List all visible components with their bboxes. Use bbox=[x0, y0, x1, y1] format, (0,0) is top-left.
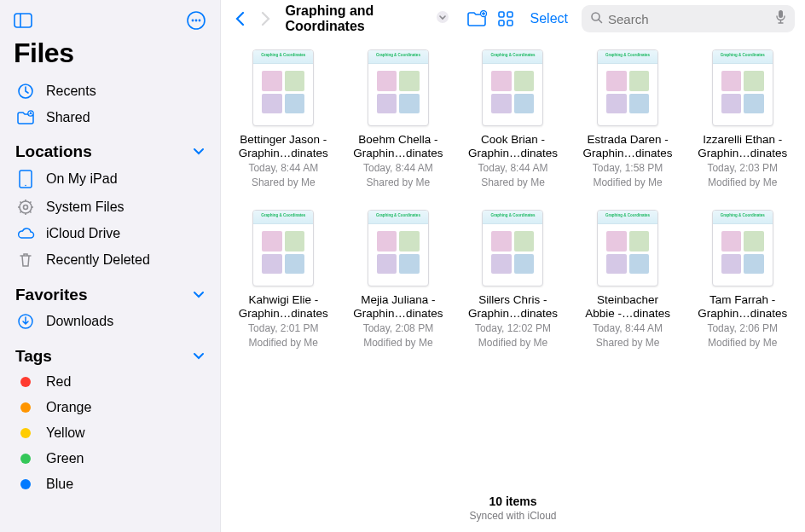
sidebar-item-label: System Files bbox=[46, 200, 125, 215]
sidebar-item-label: Recently Deleted bbox=[46, 252, 150, 268]
cloud-icon bbox=[15, 227, 36, 240]
svg-point-3 bbox=[192, 20, 194, 22]
new-folder-button[interactable] bbox=[466, 7, 487, 31]
file-time: Today, 2:08 PM bbox=[363, 322, 434, 335]
file-name: Boehm Chella -Graphin…dinates bbox=[353, 133, 443, 160]
main-panel: Graphing and Coordinates Select Graphing… bbox=[220, 0, 805, 532]
file-time: Today, 2:01 PM bbox=[248, 322, 319, 335]
download-icon bbox=[15, 313, 36, 330]
file-name: Sillers Chris -Graphin…dinates bbox=[468, 293, 558, 321]
chevron-down-icon bbox=[193, 147, 205, 156]
svg-rect-28 bbox=[507, 20, 513, 26]
chevron-down-icon bbox=[193, 291, 205, 299]
file-thumbnail: Graphing & Coordinates bbox=[597, 49, 658, 126]
gear-icon bbox=[15, 199, 36, 216]
file-thumbnail: Graphing & Coordinates bbox=[252, 49, 314, 126]
file-item[interactable]: Graphing & Coordinates Izzarelli Ethan -… bbox=[686, 49, 798, 189]
file-status: Modified by Me bbox=[249, 337, 318, 350]
file-status: Modified by Me bbox=[593, 176, 662, 189]
search-icon bbox=[590, 11, 603, 27]
app-title: Files bbox=[9, 38, 211, 78]
svg-line-30 bbox=[599, 20, 602, 23]
file-name: Estrada Daren -Graphin…dinates bbox=[583, 133, 673, 160]
sidebar-item-on-my-ipad[interactable]: On My iPad bbox=[9, 165, 211, 194]
file-name: Izzarelli Ethan -Graphin…dinates bbox=[698, 133, 787, 160]
tag-dot-blue bbox=[15, 479, 36, 489]
back-button[interactable] bbox=[231, 11, 249, 26]
breadcrumb[interactable]: Graphing and Coordinates bbox=[285, 3, 449, 34]
file-grid-area: Graphing & Coordinates Bettinger Jason -… bbox=[221, 38, 805, 486]
file-name: Bettinger Jason -Graphin…dinates bbox=[239, 133, 328, 160]
grid-view-button[interactable] bbox=[495, 7, 516, 31]
sidebar-item-icloud-drive[interactable]: iCloud Drive bbox=[9, 221, 211, 246]
search-field[interactable] bbox=[582, 5, 795, 32]
file-thumbnail: Graphing & Coordinates bbox=[712, 49, 773, 126]
file-item[interactable]: Graphing & Coordinates SteinbacherAbbie … bbox=[572, 210, 684, 350]
file-time: Today, 8:44 AM bbox=[363, 162, 433, 175]
svg-rect-25 bbox=[499, 12, 504, 17]
clock-icon bbox=[15, 83, 36, 100]
search-input[interactable] bbox=[608, 12, 770, 26]
sidebar-item-shared[interactable]: Shared bbox=[9, 105, 211, 130]
trash-icon bbox=[15, 252, 36, 269]
file-item[interactable]: Graphing & Coordinates Tam Farrah -Graph… bbox=[686, 210, 798, 350]
file-status: Modified by Me bbox=[478, 337, 547, 350]
chevron-dropdown-icon bbox=[436, 10, 449, 27]
tag-dot-red bbox=[15, 377, 36, 387]
sidebar-toggle-icon[interactable] bbox=[14, 13, 32, 28]
svg-point-10 bbox=[25, 185, 26, 187]
file-status: Modified by Me bbox=[363, 337, 432, 350]
file-time: Today, 8:44 AM bbox=[478, 162, 548, 175]
sidebar-tag-yellow[interactable]: Yellow bbox=[9, 420, 211, 446]
file-status: Modified by Me bbox=[708, 176, 777, 189]
svg-point-11 bbox=[20, 201, 32, 213]
file-item[interactable]: Graphing & Coordinates Estrada Daren -Gr… bbox=[572, 49, 684, 189]
sidebar-item-system-files[interactable]: System Files bbox=[9, 194, 211, 221]
sidebar-tag-green[interactable]: Green bbox=[9, 446, 211, 471]
svg-line-17 bbox=[20, 202, 22, 204]
sidebar-item-downloads[interactable]: Downloads bbox=[9, 308, 211, 335]
sidebar-item-label: Yellow bbox=[46, 425, 85, 441]
sidebar-tag-blue[interactable]: Blue bbox=[9, 471, 211, 497]
file-status: Shared by Me bbox=[481, 176, 545, 189]
sync-status: Synced with iCloud bbox=[221, 510, 805, 522]
section-header-tags[interactable]: Tags bbox=[9, 335, 211, 369]
file-thumbnail: Graphing & Coordinates bbox=[482, 210, 543, 286]
file-item[interactable]: Graphing & Coordinates Mejia Juliana -Gr… bbox=[343, 210, 455, 350]
sidebar-item-recently-deleted[interactable]: Recently Deleted bbox=[9, 246, 211, 274]
tag-dot-orange bbox=[15, 402, 36, 413]
file-item[interactable]: Graphing & Coordinates Boehm Chella -Gra… bbox=[343, 49, 455, 189]
sidebar-item-label: Orange bbox=[46, 400, 91, 415]
more-options-icon[interactable] bbox=[186, 10, 206, 31]
sidebar-item-label: iCloud Drive bbox=[46, 226, 120, 241]
sidebar-tag-red[interactable]: Red bbox=[9, 369, 211, 395]
sidebar-tag-orange[interactable]: Orange bbox=[9, 395, 211, 420]
dictation-icon[interactable] bbox=[775, 9, 786, 28]
file-time: Today, 8:44 AM bbox=[248, 162, 318, 175]
file-item[interactable]: Graphing & Coordinates Bettinger Jason -… bbox=[228, 49, 339, 189]
shared-folder-icon bbox=[15, 110, 36, 125]
section-header-locations[interactable]: Locations bbox=[9, 130, 211, 165]
file-item[interactable]: Graphing & Coordinates Kahwigi Elie -Gra… bbox=[228, 210, 339, 350]
file-item[interactable]: Graphing & Coordinates Sillers Chris -Gr… bbox=[457, 210, 569, 350]
file-item[interactable]: Graphing & Coordinates Cook Brian -Graph… bbox=[457, 49, 569, 189]
svg-rect-26 bbox=[507, 12, 513, 17]
tag-dot-green bbox=[15, 454, 36, 464]
svg-point-12 bbox=[24, 205, 28, 210]
forward-button[interactable] bbox=[258, 11, 275, 26]
file-name: Tam Farrah -Graphin…dinates bbox=[698, 293, 787, 321]
file-thumbnail: Graphing & Coordinates bbox=[252, 210, 314, 286]
sidebar-item-recents[interactable]: Recents bbox=[9, 78, 211, 105]
file-thumbnail: Graphing & Coordinates bbox=[712, 210, 773, 286]
sidebar-item-label: Blue bbox=[46, 477, 73, 492]
file-name: Mejia Juliana -Graphin…dinates bbox=[353, 293, 443, 321]
file-time: Today, 2:03 PM bbox=[707, 162, 778, 175]
sidebar-item-label: Downloads bbox=[46, 314, 113, 329]
select-button[interactable]: Select bbox=[525, 11, 573, 26]
file-status: Shared by Me bbox=[252, 176, 316, 189]
file-thumbnail: Graphing & Coordinates bbox=[368, 49, 429, 126]
svg-rect-0 bbox=[14, 14, 32, 27]
folder-name: Graphing and Coordinates bbox=[285, 3, 431, 34]
toolbar: Graphing and Coordinates Select bbox=[221, 0, 805, 38]
section-header-favorites[interactable]: Favorites bbox=[9, 274, 211, 308]
